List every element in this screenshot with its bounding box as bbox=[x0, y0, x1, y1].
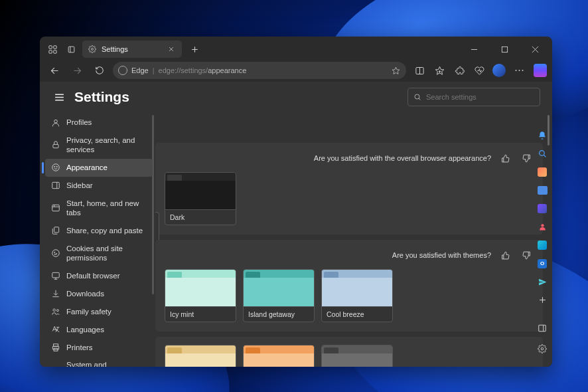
plus-icon[interactable] bbox=[536, 296, 548, 306]
sidebar-item-default[interactable]: Default browser bbox=[45, 266, 153, 284]
sidebar-item-label: Printers bbox=[66, 343, 147, 352]
sidebar-item-sidebar[interactable]: Sidebar bbox=[45, 177, 153, 195]
tab-close-icon[interactable] bbox=[166, 44, 177, 54]
svg-point-65 bbox=[541, 347, 544, 350]
window-close-button[interactable] bbox=[522, 39, 548, 59]
forward-button[interactable] bbox=[68, 61, 86, 80]
back-button[interactable] bbox=[45, 61, 64, 80]
sidebar-item-family[interactable]: Family safety bbox=[45, 302, 153, 320]
svg-marker-17 bbox=[392, 67, 400, 74]
edge-sidebar: O bbox=[532, 127, 552, 360]
window-minimize-button[interactable] bbox=[461, 39, 487, 59]
theme-label: Cool breeze bbox=[322, 306, 392, 322]
svg-point-23 bbox=[515, 70, 516, 71]
bell-icon[interactable] bbox=[536, 131, 548, 141]
downloads-icon bbox=[50, 288, 60, 298]
theme-option[interactable] bbox=[243, 345, 315, 367]
sidebar-item-printers[interactable]: Printers bbox=[45, 338, 153, 356]
svg-line-30 bbox=[419, 98, 421, 100]
outlook-icon[interactable]: O bbox=[536, 259, 548, 269]
copilot-icon[interactable] bbox=[534, 64, 547, 77]
new-tab-button[interactable] bbox=[186, 41, 203, 58]
shopping-icon[interactable] bbox=[536, 167, 548, 177]
hide-sidebar-icon[interactable] bbox=[536, 322, 548, 334]
sidebar-settings-icon[interactable] bbox=[536, 343, 548, 355]
hamburger-icon[interactable] bbox=[52, 90, 66, 104]
settings-search-input[interactable] bbox=[426, 93, 534, 101]
extensions-icon[interactable] bbox=[453, 64, 466, 77]
theme-option[interactable]: Island getaway bbox=[243, 269, 315, 322]
address-bar[interactable]: Edge | edge://settings/appearance bbox=[113, 62, 406, 79]
printers-icon bbox=[50, 342, 60, 352]
theme-option[interactable]: Icy mint bbox=[165, 269, 236, 322]
sidebar-item-share[interactable]: Share, copy and paste bbox=[45, 222, 153, 240]
sidebar-item-languages[interactable]: Languages bbox=[45, 320, 153, 338]
person-icon[interactable] bbox=[536, 223, 548, 233]
sidebar-item-appearance[interactable]: Appearance bbox=[45, 159, 153, 177]
sidebar-item-system[interactable]: System and performance bbox=[45, 356, 153, 367]
settings-content-pane: Are you satisfied with the overall brows… bbox=[155, 112, 552, 367]
sidebar-item-start[interactable]: Start, home, and new tabs bbox=[45, 195, 153, 222]
svg-rect-63 bbox=[539, 325, 546, 331]
profile-avatar[interactable] bbox=[492, 64, 506, 77]
sidebar-item-label: Downloads bbox=[66, 289, 147, 298]
share-icon bbox=[50, 226, 60, 236]
svg-point-51 bbox=[52, 309, 55, 312]
svg-rect-0 bbox=[48, 45, 51, 48]
appearance-card: Are you satisfied with the overall brows… bbox=[155, 143, 543, 235]
svg-point-31 bbox=[54, 120, 57, 123]
feedback-prompt: Are you satisfied with the overall brows… bbox=[314, 154, 491, 162]
refresh-button[interactable] bbox=[90, 61, 109, 80]
svg-point-45 bbox=[54, 254, 55, 254]
svg-point-6 bbox=[92, 49, 94, 50]
window-maximize-button[interactable] bbox=[491, 39, 518, 59]
sidebar-item-label: Start, home, and new tabs bbox=[66, 199, 147, 218]
svg-rect-32 bbox=[52, 145, 58, 148]
sidebar-item-cookies[interactable]: Cookies and site permissions bbox=[45, 240, 153, 267]
menu-icon[interactable] bbox=[512, 64, 526, 77]
thumbs-down-icon[interactable] bbox=[519, 151, 534, 165]
svg-rect-36 bbox=[52, 183, 59, 189]
svg-rect-46 bbox=[52, 272, 59, 278]
svg-rect-38 bbox=[52, 205, 59, 211]
scrollbar-thumb[interactable] bbox=[152, 115, 154, 294]
send-icon[interactable] bbox=[536, 277, 548, 287]
settings-header: Settings bbox=[40, 82, 552, 112]
sidebar-item-label: Languages bbox=[66, 325, 147, 334]
sidebar-item-privacy[interactable]: Privacy, search, and services bbox=[45, 132, 153, 159]
theme-option-dark[interactable]: Dark bbox=[165, 172, 236, 225]
svg-point-60 bbox=[541, 224, 544, 227]
games-icon[interactable] bbox=[536, 204, 548, 214]
sidebar-icon bbox=[50, 181, 60, 191]
gear-icon bbox=[88, 45, 97, 54]
thumbs-up-icon[interactable] bbox=[498, 248, 512, 262]
theme-option[interactable] bbox=[321, 345, 393, 367]
briefcase-icon[interactable] bbox=[536, 186, 548, 196]
svg-rect-2 bbox=[48, 50, 51, 52]
profiles-icon bbox=[50, 118, 60, 128]
tools-icon[interactable] bbox=[536, 241, 548, 250]
brand-label: Edge bbox=[131, 66, 149, 74]
theme-option[interactable]: Cool breeze bbox=[321, 269, 393, 322]
sidebar-item-profiles[interactable]: Profiles bbox=[45, 114, 153, 132]
theme-option[interactable] bbox=[165, 345, 236, 367]
star-icon[interactable] bbox=[390, 65, 401, 76]
thumbs-up-icon[interactable] bbox=[498, 151, 512, 165]
svg-point-42 bbox=[52, 250, 59, 257]
sidebar-item-label: Family safety bbox=[66, 307, 147, 316]
tab-actions-icon[interactable] bbox=[64, 42, 78, 56]
search-sidebar-icon[interactable] bbox=[536, 149, 548, 159]
sidebar-item-label: Default browser bbox=[66, 271, 147, 280]
health-icon[interactable] bbox=[473, 64, 486, 77]
split-screen-icon[interactable] bbox=[413, 64, 426, 77]
sidebar-item-label: Sidebar bbox=[66, 181, 147, 190]
sidebar-item-downloads[interactable]: Downloads bbox=[45, 284, 153, 302]
browser-tab[interactable]: Settings bbox=[82, 41, 182, 58]
sidebar-item-label: Share, copy and paste bbox=[66, 226, 147, 235]
thumbs-down-icon[interactable] bbox=[519, 248, 534, 262]
workspaces-icon[interactable] bbox=[45, 42, 60, 56]
favorites-icon[interactable] bbox=[433, 64, 446, 77]
edge-logo-icon bbox=[118, 66, 127, 75]
theme-label: Icy mint bbox=[165, 306, 236, 322]
settings-search[interactable] bbox=[407, 88, 540, 106]
